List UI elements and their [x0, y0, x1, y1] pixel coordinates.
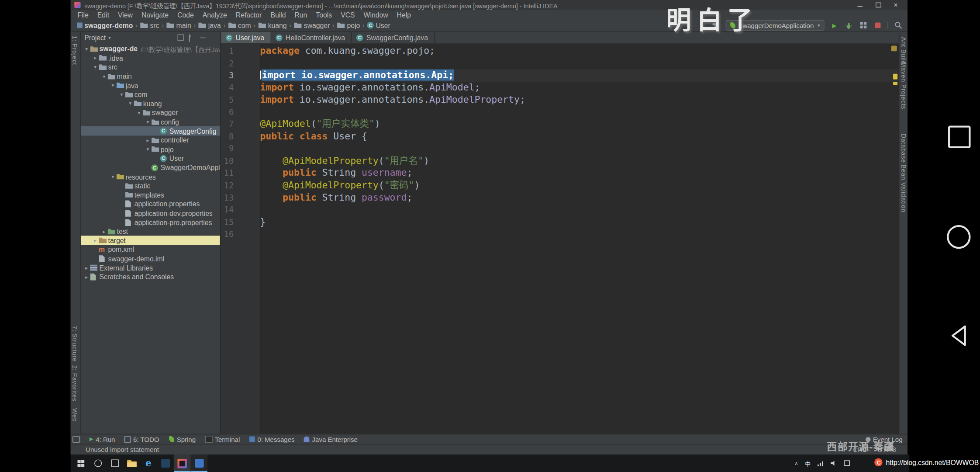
editor-tab-swaggerconfig.java[interactable]: CSwaggerConfig.java	[352, 32, 435, 43]
tree-item-swagger-demo[interactable]: ▾swagger-demoF:\教学\班级管理\【西开Java】1...	[81, 45, 220, 54]
tree-item-swaggerconfig[interactable]: CSwaggerConfig	[81, 126, 220, 135]
breadcrumb-com[interactable]: com	[227, 21, 252, 29]
toolwindow-button-maven-projects[interactable]: Maven Projects	[900, 62, 907, 110]
menu-analyze[interactable]: Analyze	[198, 11, 231, 18]
breadcrumb-user[interactable]: CUser	[366, 21, 392, 29]
code-line-5[interactable]: import io.swagger.annotations.ApiModelPr…	[260, 94, 899, 106]
code-line-15[interactable]: }	[260, 216, 899, 228]
toolwindow-button-0-messages[interactable]: 0: Messages	[249, 435, 295, 443]
debug-icon[interactable]	[844, 21, 853, 30]
project-panel-title[interactable]: Project	[84, 34, 106, 41]
breadcrumb-main[interactable]: main	[165, 21, 193, 29]
settings-gear-icon[interactable]	[189, 34, 190, 42]
chevron-down-icon[interactable]: ▾	[83, 46, 90, 52]
tree-item-src[interactable]: ▾src	[81, 62, 220, 72]
toolwindow-button-java-enterprise[interactable]: Java Enterprise	[304, 435, 358, 443]
breadcrumb-kuang[interactable]: kuang	[257, 21, 288, 29]
close-button[interactable]: ×	[893, 2, 899, 8]
android-home-button[interactable]	[947, 225, 970, 249]
tray-ime-icon[interactable]: 中	[805, 459, 811, 468]
code-line-6[interactable]	[260, 106, 899, 118]
chevron-right-icon[interactable]: ▸	[83, 274, 90, 280]
menu-vcs[interactable]: VCS	[336, 11, 359, 18]
chevron-down-icon[interactable]: ▾	[92, 64, 99, 70]
tree-item-swagger[interactable]: ▾swagger	[81, 108, 220, 118]
toolwindow-button-6-todo[interactable]: 6: TODO	[124, 435, 159, 443]
tree-item-java[interactable]: ▾java	[81, 81, 220, 90]
task-view-button[interactable]	[106, 455, 123, 472]
chevron-down-icon[interactable]: ▾	[109, 174, 116, 180]
toolwindow-button-7-structure[interactable]: 7: Structure	[71, 326, 78, 362]
maximize-button[interactable]	[875, 2, 881, 8]
taskbar-app-intellij[interactable]	[174, 455, 191, 472]
menu-refactor[interactable]: Refactor	[231, 11, 266, 18]
tree-item-swagger-demo.iml[interactable]: swagger-demo.iml	[81, 254, 220, 264]
code-line-2[interactable]	[260, 57, 899, 69]
chevron-right-icon[interactable]: ▸	[83, 265, 90, 271]
taskbar-app-app-blue[interactable]	[190, 455, 207, 472]
tree-item-application-pro.properties[interactable]: application-pro.properties	[81, 218, 220, 227]
toolwindow-button-1-project[interactable]: 1: Project	[71, 36, 78, 66]
tree-item-application.properties[interactable]: application.properties	[81, 199, 220, 208]
toolwindow-button-2-favorites[interactable]: 2: Favorites	[71, 365, 78, 401]
code-line-4[interactable]: import io.swagger.annotations.ApiModel;	[260, 82, 899, 94]
chevron-right-icon[interactable]: ▸	[92, 55, 99, 61]
code-line-8[interactable]: public class User {	[260, 131, 899, 143]
chevron-right-icon[interactable]: ▸	[145, 137, 152, 143]
breadcrumb-swagger[interactable]: swagger	[293, 21, 331, 29]
breadcrumb-src[interactable]: src	[139, 21, 161, 29]
editor-tab-user.java[interactable]: CUser.java	[221, 32, 271, 43]
inspection-indicator-icon[interactable]	[891, 45, 897, 51]
chevron-right-icon[interactable]: ▸	[92, 238, 99, 243]
android-recents-button[interactable]	[948, 126, 971, 148]
code-line-10[interactable]: @ApiModelProperty("用户名")	[260, 155, 899, 167]
search-everywhere-icon[interactable]	[894, 21, 903, 30]
tree-item-resources[interactable]: ▾resources	[81, 172, 220, 181]
code-line-14[interactable]	[260, 204, 899, 216]
chevron-down-icon[interactable]: ▾	[145, 119, 152, 125]
toolwindow-button-web[interactable]: Web	[71, 408, 78, 422]
chevron-down-icon[interactable]: ▾	[118, 92, 125, 97]
tree-item-com[interactable]: ▾com	[81, 90, 220, 99]
tray-volume-icon[interactable]	[831, 460, 837, 466]
tree-item-.idea[interactable]: ▸.idea	[81, 53, 220, 62]
code-line-9[interactable]	[260, 143, 899, 155]
menu-navigate[interactable]: Navigate	[137, 11, 173, 18]
chevron-down-icon[interactable]: ▾	[109, 83, 116, 88]
toolwindow-button-bean-validation[interactable]: Bean Validation	[900, 164, 907, 212]
window-titlebar[interactable]: swagger-demo [F:\教学\班级管理\【西开Java】19323\代…	[71, 0, 908, 10]
menu-code[interactable]: Code	[173, 11, 198, 18]
menu-window[interactable]: Window	[359, 11, 393, 18]
taskbar-search-button[interactable]	[90, 455, 107, 472]
start-button[interactable]	[72, 455, 90, 472]
tray-chevron-up-icon[interactable]: ∧	[794, 461, 798, 466]
hide-panel-icon[interactable]	[200, 35, 206, 41]
code-line-3[interactable]: import io.swagger.annotations.Api;	[260, 69, 899, 82]
taskbar-app-browser[interactable]: e	[140, 455, 157, 472]
editor-tab-hellocontroller.java[interactable]: CHelloController.java	[271, 32, 352, 43]
code-area[interactable]: package com.kuang.swagger.pojo;import io…	[259, 44, 899, 434]
tree-item-kuang[interactable]: ▾kuang	[81, 99, 220, 108]
collapse-all-icon[interactable]	[177, 35, 183, 41]
chevron-right-icon[interactable]: ▸	[100, 229, 107, 234]
menu-help[interactable]: Help	[393, 11, 415, 18]
warning-marker[interactable]	[893, 82, 897, 85]
chevron-down-icon[interactable]: ▾	[136, 110, 143, 116]
menu-tools[interactable]: Tools	[311, 11, 336, 18]
chevron-down-icon[interactable]: ▾	[100, 73, 107, 79]
tree-item-controller[interactable]: ▸controller	[81, 135, 220, 145]
menu-edit[interactable]: Edit	[93, 11, 114, 18]
code-line-13[interactable]: public String password;	[260, 192, 899, 204]
editor-scroll-markers[interactable]	[891, 44, 899, 434]
coverage-icon[interactable]	[859, 21, 867, 30]
warning-marker[interactable]	[893, 74, 897, 80]
chevron-down-icon[interactable]: ▾	[108, 35, 111, 40]
tree-item-target[interactable]: ▸target	[81, 236, 220, 245]
tree-item-pojo[interactable]: ▾pojo	[81, 145, 220, 154]
toolwindow-button-terminal[interactable]: Terminal	[205, 435, 240, 443]
code-line-11[interactable]: public String username;	[260, 167, 899, 180]
chevron-down-icon[interactable]: ▾	[127, 101, 134, 107]
menu-run[interactable]: Run	[290, 11, 311, 18]
tray-action-center-icon[interactable]	[844, 460, 850, 466]
taskbar-app-explorer[interactable]	[123, 455, 140, 472]
